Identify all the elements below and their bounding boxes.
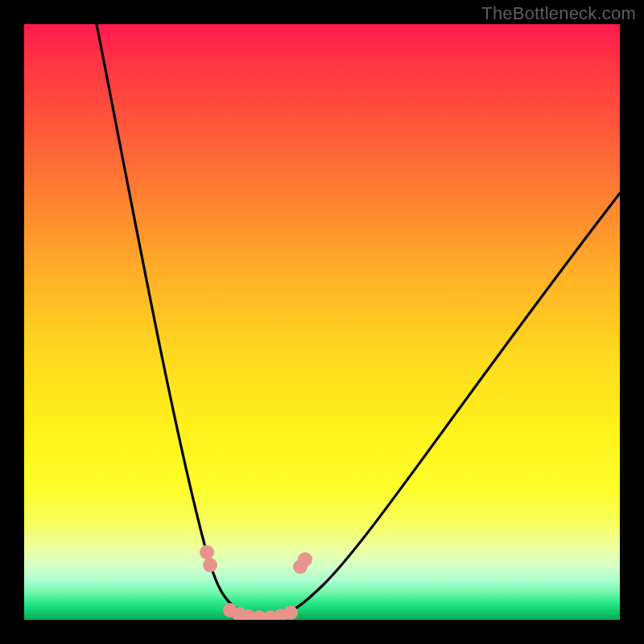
plot-area [24, 24, 620, 620]
watermark-text: TheBottleneck.com [481, 3, 636, 24]
marker-dot [203, 558, 217, 572]
marker-dot [283, 605, 298, 620]
marker-dot [200, 545, 214, 559]
marker-dot [298, 552, 312, 567]
curve-path [97, 24, 620, 618]
bottleneck-curve [24, 24, 620, 620]
chart-frame: TheBottleneck.com [0, 0, 644, 644]
